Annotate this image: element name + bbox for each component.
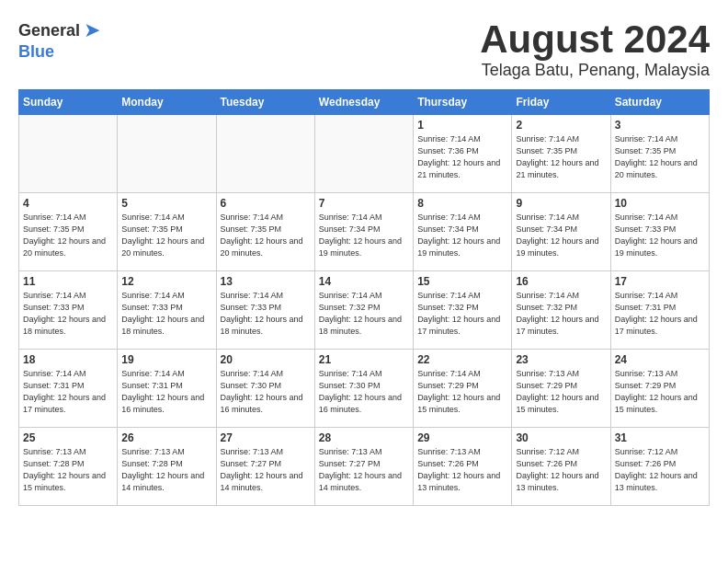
calendar-cell: 26Sunrise: 7:13 AM Sunset: 7:28 PM Dayli… [118, 428, 216, 506]
day-info: Sunrise: 7:13 AM Sunset: 7:29 PM Dayligh… [615, 368, 705, 416]
calendar-cell: 9Sunrise: 7:14 AM Sunset: 7:34 PM Daylig… [512, 193, 610, 271]
calendar-cell: 6Sunrise: 7:14 AM Sunset: 7:35 PM Daylig… [216, 193, 314, 271]
calendar-cell: 31Sunrise: 7:12 AM Sunset: 7:26 PM Dayli… [610, 428, 709, 506]
calendar-week-row: 11Sunrise: 7:14 AM Sunset: 7:33 PM Dayli… [19, 271, 710, 350]
calendar-cell: 22Sunrise: 7:14 AM Sunset: 7:29 PM Dayli… [414, 350, 512, 428]
calendar-cell [19, 115, 118, 193]
day-info: Sunrise: 7:14 AM Sunset: 7:32 PM Dayligh… [516, 290, 606, 338]
calendar-cell: 2Sunrise: 7:14 AM Sunset: 7:35 PM Daylig… [512, 115, 610, 193]
day-info: Sunrise: 7:12 AM Sunset: 7:26 PM Dayligh… [516, 446, 606, 494]
logo-general-text: General [18, 21, 80, 40]
calendar-cell: 8Sunrise: 7:14 AM Sunset: 7:34 PM Daylig… [414, 193, 512, 271]
calendar-body: 1Sunrise: 7:14 AM Sunset: 7:36 PM Daylig… [19, 115, 710, 506]
logo-bird-icon: ➤ [84, 18, 100, 42]
calendar-cell: 19Sunrise: 7:14 AM Sunset: 7:31 PM Dayli… [118, 350, 216, 428]
calendar-cell: 28Sunrise: 7:13 AM Sunset: 7:27 PM Dayli… [314, 428, 413, 506]
day-info: Sunrise: 7:14 AM Sunset: 7:35 PM Dayligh… [615, 133, 705, 181]
day-number: 1 [417, 119, 507, 132]
day-number: 26 [121, 431, 211, 444]
calendar-cell: 7Sunrise: 7:14 AM Sunset: 7:34 PM Daylig… [314, 193, 413, 271]
day-info: Sunrise: 7:14 AM Sunset: 7:33 PM Dayligh… [221, 290, 311, 338]
calendar-cell [216, 115, 314, 193]
calendar-cell: 10Sunrise: 7:14 AM Sunset: 7:33 PM Dayli… [610, 193, 709, 271]
logo-blue-text: Blue [18, 42, 54, 61]
day-info: Sunrise: 7:14 AM Sunset: 7:31 PM Dayligh… [23, 368, 113, 416]
day-number: 3 [615, 119, 705, 132]
calendar-week-row: 4Sunrise: 7:14 AM Sunset: 7:35 PM Daylig… [19, 193, 710, 271]
day-info: Sunrise: 7:14 AM Sunset: 7:34 PM Dayligh… [319, 212, 409, 259]
day-number: 4 [23, 197, 113, 210]
day-info: Sunrise: 7:13 AM Sunset: 7:26 PM Dayligh… [417, 446, 507, 494]
col-tuesday: Tuesday [216, 90, 314, 115]
day-number: 17 [615, 275, 705, 288]
day-info: Sunrise: 7:14 AM Sunset: 7:34 PM Dayligh… [417, 212, 507, 259]
col-sunday: Sunday [19, 90, 118, 115]
title-area: August 2024 Telaga Batu, Penang, Malaysi… [480, 18, 710, 80]
page-header: General ➤ Blue August 2024 Telaga Batu, … [18, 18, 710, 80]
day-number: 10 [615, 197, 705, 210]
calendar-cell [314, 115, 413, 193]
day-number: 27 [221, 431, 311, 444]
calendar-week-row: 25Sunrise: 7:13 AM Sunset: 7:28 PM Dayli… [19, 428, 710, 506]
day-number: 25 [23, 431, 113, 444]
day-number: 24 [615, 353, 705, 366]
calendar-cell: 15Sunrise: 7:14 AM Sunset: 7:32 PM Dayli… [414, 271, 512, 350]
day-info: Sunrise: 7:14 AM Sunset: 7:31 PM Dayligh… [121, 368, 211, 416]
calendar-cell: 27Sunrise: 7:13 AM Sunset: 7:27 PM Dayli… [216, 428, 314, 506]
day-number: 29 [417, 431, 507, 444]
col-wednesday: Wednesday [314, 90, 413, 115]
calendar-table: Sunday Monday Tuesday Wednesday Thursday… [18, 89, 710, 506]
calendar-cell: 20Sunrise: 7:14 AM Sunset: 7:30 PM Dayli… [216, 350, 314, 428]
day-number: 23 [516, 353, 606, 366]
day-info: Sunrise: 7:14 AM Sunset: 7:33 PM Dayligh… [23, 290, 113, 338]
day-info: Sunrise: 7:14 AM Sunset: 7:30 PM Dayligh… [319, 368, 409, 416]
col-monday: Monday [118, 90, 216, 115]
day-info: Sunrise: 7:14 AM Sunset: 7:36 PM Dayligh… [417, 133, 507, 181]
day-info: Sunrise: 7:13 AM Sunset: 7:27 PM Dayligh… [319, 446, 409, 494]
day-info: Sunrise: 7:13 AM Sunset: 7:28 PM Dayligh… [121, 446, 211, 494]
day-number: 11 [23, 275, 113, 288]
col-saturday: Saturday [610, 90, 709, 115]
day-number: 30 [516, 431, 606, 444]
day-info: Sunrise: 7:14 AM Sunset: 7:35 PM Dayligh… [516, 133, 606, 181]
calendar-cell: 4Sunrise: 7:14 AM Sunset: 7:35 PM Daylig… [19, 193, 118, 271]
calendar-cell [118, 115, 216, 193]
day-number: 19 [121, 353, 211, 366]
day-info: Sunrise: 7:14 AM Sunset: 7:29 PM Dayligh… [417, 368, 507, 416]
day-number: 2 [516, 119, 606, 132]
day-number: 28 [319, 431, 409, 444]
day-info: Sunrise: 7:14 AM Sunset: 7:32 PM Dayligh… [319, 290, 409, 338]
day-info: Sunrise: 7:14 AM Sunset: 7:35 PM Dayligh… [221, 212, 311, 259]
day-number: 31 [615, 431, 705, 444]
calendar-cell: 18Sunrise: 7:14 AM Sunset: 7:31 PM Dayli… [19, 350, 118, 428]
day-number: 22 [417, 353, 507, 366]
logo: General ➤ [18, 18, 100, 42]
calendar-cell: 23Sunrise: 7:13 AM Sunset: 7:29 PM Dayli… [512, 350, 610, 428]
day-info: Sunrise: 7:12 AM Sunset: 7:26 PM Dayligh… [615, 446, 705, 494]
calendar-cell: 21Sunrise: 7:14 AM Sunset: 7:30 PM Dayli… [314, 350, 413, 428]
day-number: 18 [23, 353, 113, 366]
calendar-cell: 24Sunrise: 7:13 AM Sunset: 7:29 PM Dayli… [610, 350, 709, 428]
calendar-cell: 30Sunrise: 7:12 AM Sunset: 7:26 PM Dayli… [512, 428, 610, 506]
calendar-cell: 11Sunrise: 7:14 AM Sunset: 7:33 PM Dayli… [19, 271, 118, 350]
day-number: 21 [319, 353, 409, 366]
calendar-cell: 29Sunrise: 7:13 AM Sunset: 7:26 PM Dayli… [414, 428, 512, 506]
day-info: Sunrise: 7:14 AM Sunset: 7:35 PM Dayligh… [121, 212, 211, 259]
day-info: Sunrise: 7:14 AM Sunset: 7:32 PM Dayligh… [417, 290, 507, 338]
day-number: 14 [319, 275, 409, 288]
day-info: Sunrise: 7:14 AM Sunset: 7:35 PM Dayligh… [23, 212, 113, 259]
calendar-header-row: Sunday Monday Tuesday Wednesday Thursday… [19, 90, 710, 115]
col-friday: Friday [512, 90, 610, 115]
day-info: Sunrise: 7:14 AM Sunset: 7:33 PM Dayligh… [121, 290, 211, 338]
day-number: 9 [516, 197, 606, 210]
day-info: Sunrise: 7:14 AM Sunset: 7:31 PM Dayligh… [615, 290, 705, 338]
col-thursday: Thursday [414, 90, 512, 115]
calendar-cell: 3Sunrise: 7:14 AM Sunset: 7:35 PM Daylig… [610, 115, 709, 193]
location-title: Telaga Batu, Penang, Malaysia [480, 61, 710, 80]
day-number: 13 [221, 275, 311, 288]
day-info: Sunrise: 7:14 AM Sunset: 7:33 PM Dayligh… [615, 212, 705, 259]
day-number: 20 [221, 353, 311, 366]
calendar-cell: 1Sunrise: 7:14 AM Sunset: 7:36 PM Daylig… [414, 115, 512, 193]
day-number: 12 [121, 275, 211, 288]
calendar-cell: 25Sunrise: 7:13 AM Sunset: 7:28 PM Dayli… [19, 428, 118, 506]
